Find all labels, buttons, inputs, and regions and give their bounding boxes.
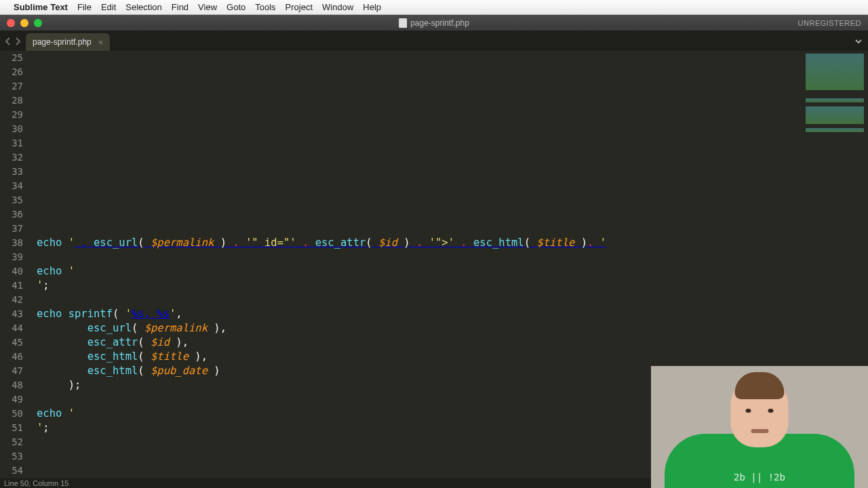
menu-tools[interactable]: Tools	[255, 2, 275, 12]
menu-project[interactable]: Project	[285, 2, 313, 12]
menu-window[interactable]: Window	[322, 2, 353, 12]
menu-goto[interactable]: Goto	[226, 2, 245, 12]
menu-find[interactable]: Find	[172, 2, 189, 12]
window-title: page-sprintf.php	[399, 18, 469, 28]
tab-active[interactable]: page-sprintf.php ×	[26, 33, 110, 51]
close-window-icon[interactable]	[7, 19, 15, 27]
menu-selection[interactable]: Selection	[125, 2, 161, 12]
document-icon	[399, 18, 407, 28]
shirt-text: 2b || !2b	[734, 472, 785, 483]
zoom-window-icon[interactable]	[34, 19, 42, 27]
tab-label: page-sprintf.php	[33, 37, 92, 47]
tab-bar: page-sprintf.php ×	[0, 30, 868, 51]
line-number-gutter: 2526272829303132333435363738394041424344…	[0, 51, 30, 479]
menu-file[interactable]: File	[77, 2, 92, 12]
nav-forward-icon[interactable]	[14, 36, 22, 48]
status-cursor-position: Line 50, Column 15	[4, 479, 68, 487]
menu-view[interactable]: View	[198, 2, 217, 12]
nav-back-icon[interactable]	[4, 36, 12, 48]
menu-edit[interactable]: Edit	[101, 2, 116, 12]
menu-help[interactable]: Help	[363, 2, 381, 12]
window-title-bar: page-sprintf.php UNREGISTERED	[0, 15, 868, 30]
traffic-lights	[0, 19, 42, 27]
mac-menu-bar: Sublime Text File Edit Selection Find Vi…	[0, 0, 868, 15]
window-title-text: page-sprintf.php	[410, 18, 469, 28]
app-name[interactable]: Sublime Text	[14, 2, 68, 12]
webcam-overlay: 2b || !2b	[651, 366, 868, 488]
minimize-window-icon[interactable]	[20, 19, 28, 27]
unregistered-label: UNREGISTERED	[798, 19, 861, 27]
tab-overflow-icon[interactable]	[854, 36, 863, 48]
tab-close-icon[interactable]: ×	[98, 37, 104, 47]
